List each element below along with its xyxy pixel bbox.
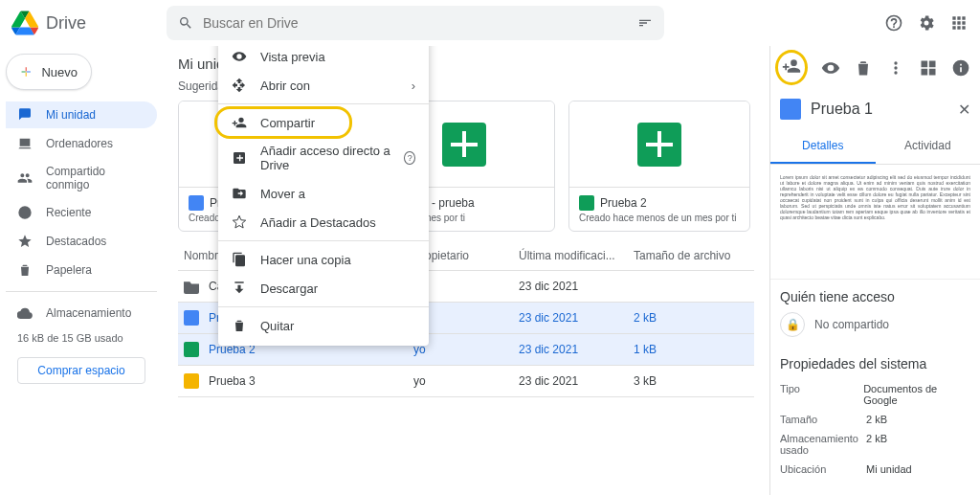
trash-icon xyxy=(17,262,33,278)
sidebar-item-storage[interactable]: Almacenamiento xyxy=(6,300,157,326)
ctx-preview[interactable]: Vista previa xyxy=(218,46,429,71)
details-panel: Prueba 1 ✕ Detalles Actividad Lorem ipsu… xyxy=(769,46,980,495)
tab-details[interactable]: Detalles xyxy=(770,129,876,164)
sheet-icon xyxy=(184,342,199,357)
cloud-icon xyxy=(17,305,33,321)
star-icon xyxy=(17,234,33,249)
sheets-icon xyxy=(637,123,681,167)
search-input[interactable] xyxy=(203,15,628,31)
download-icon xyxy=(232,281,247,296)
chevron-right-icon: › xyxy=(412,79,415,93)
prop-row: Tamaño2 kB xyxy=(780,410,970,429)
person-add-icon xyxy=(232,115,247,130)
copy-icon xyxy=(232,252,247,267)
doc-icon xyxy=(780,99,801,120)
delete-action-icon[interactable] xyxy=(854,58,873,78)
share-action-highlighted[interactable] xyxy=(775,50,808,85)
selection-actions xyxy=(770,46,980,89)
new-button[interactable]: Nuevo xyxy=(6,54,92,90)
close-icon[interactable]: ✕ xyxy=(958,101,970,119)
ctx-make-copy[interactable]: Hacer una copia xyxy=(218,245,429,274)
preview-thumbnail: Lorem ipsum dolor sit amet consectetur a… xyxy=(770,165,980,280)
info-icon[interactable] xyxy=(951,58,970,78)
ctx-share[interactable]: Compartir xyxy=(218,108,429,137)
app-name: Drive xyxy=(46,13,86,34)
ctx-move-to[interactable]: Mover a xyxy=(218,179,429,208)
prop-row: Almacenamiento usado2 kB xyxy=(780,429,970,460)
more-action-icon[interactable] xyxy=(886,58,905,78)
lock-icon: 🔒 xyxy=(780,312,805,337)
search-bar[interactable] xyxy=(167,6,664,40)
sidebar-item-shared[interactable]: Compartido conmigo xyxy=(6,159,157,197)
tab-activity[interactable]: Actividad xyxy=(876,129,981,164)
star-outline-icon xyxy=(232,214,247,230)
sidebar-item-my-drive[interactable]: Mi unidad xyxy=(6,101,157,128)
settings-icon[interactable] xyxy=(917,13,936,33)
move-icon xyxy=(232,186,247,201)
ctx-add-star[interactable]: Añadir a Destacados xyxy=(218,208,429,236)
details-title: Prueba 1 xyxy=(811,101,873,118)
help-icon[interactable] xyxy=(884,13,903,33)
computer-icon xyxy=(17,136,33,151)
storage-used: 16 kB de 15 GB usado xyxy=(6,328,157,348)
slide-icon xyxy=(184,373,199,389)
person-add-icon xyxy=(782,56,801,76)
open-with-icon xyxy=(232,78,247,93)
shortcut-icon xyxy=(232,150,247,166)
context-menu: Vista previa Abrir con› Compartir Añadir… xyxy=(218,46,429,346)
sidebar: Nuevo Mi unidad Ordenadores Compartido c… xyxy=(0,46,163,495)
prop-row: TipoDocumentos de Google xyxy=(780,379,970,410)
grid-view-icon[interactable] xyxy=(919,58,938,78)
help-icon[interactable]: ? xyxy=(404,151,415,165)
ctx-remove[interactable]: Quitar xyxy=(218,311,429,340)
access-heading: Quién tiene acceso xyxy=(780,289,970,304)
ctx-add-shortcut[interactable]: Añadir acceso directo a Drive? xyxy=(218,137,429,179)
table-row[interactable]: Prueba 3 yo23 dic 20213 kB xyxy=(178,366,754,397)
suggested-card[interactable]: Prueba 2 Creado hace menos de un mes por… xyxy=(568,101,750,232)
eye-icon xyxy=(232,49,247,64)
clock-icon xyxy=(17,205,33,220)
access-status-row: 🔒 No compartido xyxy=(780,312,970,337)
prop-row: UbicaciónMi unidad xyxy=(780,460,970,479)
search-options-icon[interactable] xyxy=(637,15,653,31)
sidebar-item-trash[interactable]: Papelera xyxy=(6,257,157,283)
apps-icon[interactable] xyxy=(949,13,969,33)
main-content: Mi unidad Sugerida Prueba Creado hace lc… xyxy=(163,46,769,495)
sidebar-item-recent[interactable]: Reciente xyxy=(6,199,157,226)
sheet-icon xyxy=(579,195,594,211)
doc-icon xyxy=(189,195,204,211)
drive-logo[interactable]: Drive xyxy=(11,10,155,36)
sheets-icon xyxy=(442,123,486,167)
buy-storage-button[interactable]: Comprar espacio xyxy=(17,357,145,384)
drive-icon xyxy=(17,107,33,123)
sidebar-item-starred[interactable]: Destacados xyxy=(6,228,157,255)
sidebar-item-computers[interactable]: Ordenadores xyxy=(6,130,157,157)
people-icon xyxy=(17,170,33,186)
search-icon xyxy=(178,15,193,31)
trash-icon xyxy=(232,318,247,333)
ctx-open-with[interactable]: Abrir con› xyxy=(218,71,429,100)
folder-icon xyxy=(184,279,199,294)
ctx-download[interactable]: Descargar xyxy=(218,274,429,303)
preview-action-icon[interactable] xyxy=(821,58,840,78)
props-heading: Propiedades del sistema xyxy=(780,356,970,371)
doc-icon xyxy=(184,310,199,326)
